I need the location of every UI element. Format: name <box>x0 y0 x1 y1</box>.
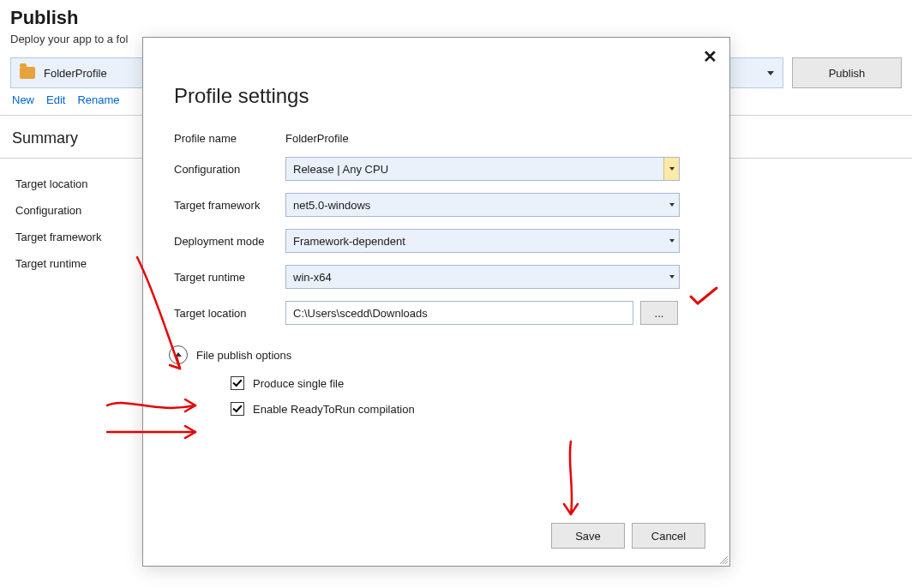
target-framework-select[interactable]: net5.0-windows <box>285 193 680 217</box>
check-icon <box>232 403 242 412</box>
save-button[interactable]: Save <box>551 523 625 549</box>
enable-r2r-label: Enable ReadyToRun compilation <box>253 403 415 416</box>
check-icon <box>232 377 242 387</box>
profile-name-value: FolderProfile <box>285 132 699 145</box>
chevron-up-icon <box>175 352 182 357</box>
chevron-down-icon <box>669 239 675 243</box>
configuration-value: Release | Any CPU <box>286 163 395 176</box>
resize-grip[interactable] <box>717 554 728 564</box>
target-location-input[interactable]: C:\Users\scedd\Downloads <box>285 301 633 325</box>
profile-settings-dialog: ✕ Profile settings Profile name FolderPr… <box>142 37 730 567</box>
configuration-label: Configuration <box>174 163 285 176</box>
dropdown-button[interactable] <box>663 194 679 216</box>
produce-single-file-label: Produce single file <box>253 377 344 390</box>
close-button[interactable]: ✕ <box>703 48 717 65</box>
page-title: Publish <box>10 7 902 29</box>
file-publish-options-toggle[interactable] <box>169 345 188 364</box>
produce-single-file-checkbox[interactable] <box>231 376 244 390</box>
file-publish-options-label: File publish options <box>196 349 291 362</box>
cancel-button-label: Cancel <box>651 530 686 543</box>
save-button-label: Save <box>575 530 601 543</box>
target-framework-value: net5.0-windows <box>286 199 377 212</box>
target-runtime-label: Target runtime <box>174 271 285 284</box>
dropdown-button[interactable] <box>663 230 679 252</box>
enable-r2r-checkbox[interactable] <box>231 402 244 416</box>
dropdown-button[interactable] <box>663 266 679 288</box>
rename-link[interactable]: Rename <box>77 93 119 106</box>
target-runtime-select[interactable]: win-x64 <box>285 265 680 289</box>
chevron-down-icon <box>669 275 675 279</box>
chevron-down-icon <box>669 167 675 171</box>
publish-button[interactable]: Publish <box>792 57 902 88</box>
target-framework-label: Target framework <box>174 199 285 212</box>
new-link[interactable]: New <box>12 93 34 106</box>
publish-button-label: Publish <box>829 67 866 80</box>
deployment-mode-select[interactable]: Framework-dependent <box>285 229 680 253</box>
configuration-select[interactable]: Release | Any CPU <box>285 157 680 181</box>
target-runtime-value: win-x64 <box>286 271 339 284</box>
deployment-mode-value: Framework-dependent <box>286 235 412 248</box>
target-location-label: Target location <box>174 307 285 320</box>
dialog-title: Profile settings <box>174 84 699 108</box>
chevron-down-icon <box>767 71 774 75</box>
folder-icon <box>20 67 35 79</box>
profile-name-text: FolderProfile <box>44 67 107 80</box>
edit-link[interactable]: Edit <box>46 93 65 106</box>
browse-button-label: ... <box>655 307 664 320</box>
profile-name-label: Profile name <box>174 132 285 145</box>
target-location-value: C:\Users\scedd\Downloads <box>293 307 428 320</box>
dropdown-button[interactable] <box>663 158 679 180</box>
cancel-button[interactable]: Cancel <box>632 523 705 549</box>
chevron-down-icon <box>669 203 675 207</box>
deployment-mode-label: Deployment mode <box>174 235 285 248</box>
browse-button[interactable]: ... <box>640 301 678 325</box>
